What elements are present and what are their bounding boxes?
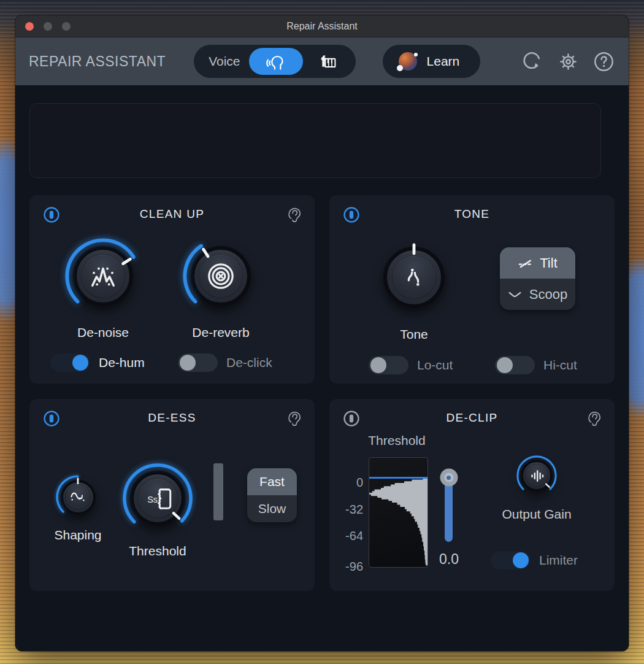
ear-icon [586, 409, 602, 428]
fast-slow-selector: Fast Slow [247, 468, 297, 522]
declip-listen-button[interactable] [586, 409, 602, 428]
tone-knob[interactable] [374, 237, 454, 317]
dereverb-knob[interactable] [182, 237, 260, 315]
music-mode-button[interactable] [312, 48, 343, 75]
voice-icon [266, 52, 286, 71]
title-bar: Repair Assistant [15, 15, 629, 37]
ear-icon [286, 206, 302, 224]
hicut-label: Hi-cut [543, 358, 577, 373]
tone-title: TONE [329, 207, 615, 221]
axis-label-64: -64 [332, 529, 363, 543]
declip-threshold-slider[interactable] [445, 469, 453, 542]
declip-threshold-label: Threshold [348, 433, 446, 448]
voice-mode-button[interactable] [249, 48, 303, 75]
header: REPAIR ASSISTANT Voice Learn [15, 37, 629, 85]
mode-label: Voice [209, 54, 240, 69]
deess-listen-button[interactable] [286, 409, 302, 428]
tilt-icon [518, 256, 532, 271]
music-icon [318, 52, 337, 71]
output-gain-knob[interactable] [516, 455, 558, 496]
help-icon [592, 50, 615, 73]
tone-knob-label: Tone [365, 327, 463, 342]
axis-label-32: -32 [332, 503, 363, 517]
help-button[interactable] [592, 50, 615, 73]
slow-option[interactable]: Slow [247, 495, 297, 522]
shaping-label: Shaping [29, 528, 127, 542]
limiter-label: Limiter [539, 553, 578, 568]
histogram-shape [369, 458, 427, 567]
declip-histogram [369, 457, 428, 568]
gear-icon [557, 50, 580, 73]
settings-button[interactable] [556, 50, 580, 73]
declip-title: DE-CLIP [329, 411, 615, 425]
tilt-option[interactable]: Tilt [500, 247, 575, 279]
main-area: CLEAN UP De-noise De-reverb De-hum De-cl… [15, 85, 629, 651]
deess-title: DE-ESS [29, 411, 315, 425]
ear-icon [286, 409, 302, 428]
learn-label: Learn [427, 54, 460, 69]
hicut-toggle[interactable] [495, 356, 535, 374]
locut-toggle[interactable] [369, 356, 408, 374]
history-icon [521, 50, 543, 72]
deess-threshold-knob[interactable] [121, 462, 194, 535]
declick-label: De-click [226, 355, 272, 370]
dereverb-label: De-reverb [172, 325, 270, 340]
cleanup-card: CLEAN UP De-noise De-reverb De-hum De-cl… [29, 195, 315, 384]
fast-option[interactable]: Fast [247, 468, 297, 495]
learn-button[interactable]: Learn [383, 45, 481, 78]
repair-assistant-window: Repair Assistant REPAIR ASSISTANT Voice … [15, 15, 629, 651]
denoise-knob[interactable] [64, 237, 142, 315]
deess-threshold-label: Threshold [109, 544, 207, 558]
history-button[interactable] [521, 50, 544, 73]
window-title: Repair Assistant [15, 21, 629, 32]
denoise-label: De-noise [54, 325, 152, 340]
deess-gain-meter [213, 463, 223, 520]
cleanup-listen-button[interactable] [286, 206, 302, 224]
deess-card: DE-ESS Fast Slow Shaping Threshold [29, 399, 315, 591]
learn-sphere-icon [399, 52, 417, 71]
scoop-option[interactable]: Scoop [500, 279, 575, 310]
declip-card: DE-CLIP Threshold 0 -32 -64 -96 0.0 Outp… [329, 399, 615, 591]
limiter-toggle[interactable] [491, 551, 531, 569]
info-panel [29, 103, 601, 178]
locut-label: Lo-cut [417, 358, 453, 373]
dehum-toggle[interactable] [50, 353, 90, 372]
scoop-icon [508, 287, 522, 301]
mode-selector: Voice [194, 45, 355, 78]
axis-label-96: -96 [332, 560, 363, 574]
axis-label-0: 0 [332, 476, 363, 490]
threshold-line[interactable] [369, 477, 427, 479]
cleanup-title: CLEAN UP [29, 207, 315, 221]
declick-toggle[interactable] [178, 353, 218, 372]
slider-thumb[interactable] [440, 469, 458, 487]
output-gain-label: Output Gain [488, 507, 586, 522]
tilt-scoop-selector: Tilt Scoop [500, 247, 575, 310]
shaping-knob[interactable] [55, 474, 101, 520]
dehum-label: De-hum [99, 355, 145, 370]
tone-card: TONE Tone Tilt Scoop Lo-cut Hi-cut [329, 195, 615, 384]
slider-value: 0.0 [427, 551, 470, 568]
app-title: REPAIR ASSISTANT [29, 53, 166, 70]
